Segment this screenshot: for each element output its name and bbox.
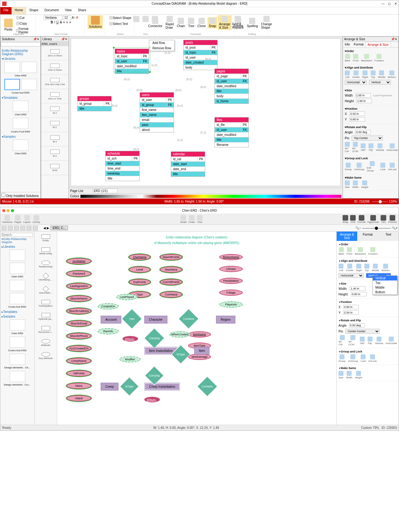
dropdown-item[interactable]: Middle (373, 285, 397, 290)
tree-libraries[interactable]: Libraries (2, 244, 33, 249)
pages-button[interactable]: Pages (14, 215, 22, 223)
minimize-button[interactable]: — (381, 2, 385, 6)
x-input[interactable] (343, 305, 359, 309)
remove-row-menuitem[interactable]: Remove Row (149, 46, 174, 51)
vert-select[interactable]: Vertical (369, 80, 391, 85)
breadcrumb[interactable]: ◀ ▶ (43, 226, 49, 230)
pin-icon[interactable]: 📌✕ (33, 37, 39, 41)
relationship-istype[interactable]: IsType (171, 345, 190, 364)
horiz-select[interactable]: Horizontal (345, 80, 367, 85)
paste-button[interactable]: Paste (3, 18, 14, 32)
flip-button[interactable]: Flip (368, 337, 373, 345)
pointer-tool[interactable] (2, 226, 7, 231)
chain-button[interactable]: Chain (175, 17, 186, 28)
lib-thumb[interactable] (4, 62, 20, 73)
derived-attr-lastplayed[interactable]: LastPlayed (116, 294, 137, 300)
attribute-acctname[interactable]: AcctName (66, 258, 91, 264)
zoom-slider[interactable]: ——⬤—— (372, 200, 388, 203)
entity-table-pages[interactable]: pagesid_pagePKid_userFKdate_modifiedtitl… (214, 69, 249, 104)
change-shape-button[interactable]: Change Shape (260, 15, 273, 30)
height-input[interactable] (356, 99, 372, 103)
tree-button[interactable]: Tree (197, 215, 203, 223)
library-shape[interactable]: M:1 (41, 118, 69, 132)
key-attr-idnum2[interactable]: IDNum. (144, 397, 160, 402)
relationship-contains[interactable]: Contains (198, 377, 217, 396)
snap-button[interactable]: Snap (342, 215, 348, 223)
attribute-sbscrbrphone[interactable]: SbscrbrPhone (66, 333, 91, 339)
right-button[interactable]: Right (356, 264, 362, 272)
size-button[interactable]: Size (339, 371, 344, 379)
pin-icon[interactable]: 📌✕ (61, 37, 67, 41)
ungroup-button[interactable]: UnGroup (354, 163, 364, 171)
attribute-acctcreatedon[interactable]: AcctCreatedOn (66, 345, 91, 352)
attribute-hitpoints[interactable]: HitPoints (66, 370, 91, 376)
angle-input[interactable] (349, 323, 365, 328)
attribute-attack[interactable]: Attack (66, 395, 91, 401)
attribute-maxmana[interactable]: MaxMana (160, 266, 182, 273)
line-tool[interactable] (26, 226, 31, 231)
angle-input[interactable] (355, 130, 371, 134)
library-shape[interactable]: Weak entity (35, 245, 57, 258)
center-button[interactable]: Center (346, 264, 353, 272)
tab-format[interactable]: Format (352, 42, 366, 47)
library-shape[interactable]: Zero or One (41, 89, 69, 103)
attribute-creepname[interactable]: CreepName (66, 358, 91, 364)
middle-button[interactable]: Middle (372, 264, 379, 272)
pen-tool[interactable] (33, 226, 38, 231)
x-input[interactable] (349, 112, 365, 116)
library-shape[interactable]: Participation (35, 297, 57, 310)
tab-text[interactable]: Text (378, 232, 399, 241)
search-input[interactable] (2, 233, 33, 237)
library-shape[interactable]: Attribute (35, 336, 57, 349)
ellipse-tool[interactable] (20, 226, 25, 231)
tree-samples[interactable]: Samples (2, 134, 39, 139)
attribute-sbscrbraddress[interactable]: SbscrbrAddress (66, 308, 91, 314)
bottom-button[interactable]: Bottom (382, 264, 389, 272)
lock-button[interactable]: Lock (380, 163, 386, 171)
height-input[interactable] (351, 292, 367, 296)
tree-templates[interactable]: Templates (2, 95, 39, 100)
180--button[interactable]: 180° (360, 337, 365, 345)
font-grow-icon[interactable]: A↑ (72, 16, 75, 19)
arrange-size-button[interactable]: Arrange & Size (218, 15, 232, 30)
solutions-button[interactable]: Solutions (88, 15, 103, 29)
front-button[interactable]: Front (353, 54, 359, 62)
tab-format[interactable]: Format (357, 232, 378, 241)
key-attr-idnum[interactable]: IDNum. (123, 336, 138, 342)
group-button[interactable]: Group (345, 163, 352, 171)
copy-button[interactable]: Copy (15, 21, 34, 26)
backward-button[interactable]: Backward (361, 54, 372, 62)
font-color-icon[interactable]: A (76, 16, 78, 19)
text-tool[interactable] (8, 226, 13, 231)
size-button[interactable]: Size (345, 180, 350, 189)
entity-character[interactable]: Character (144, 316, 167, 324)
library-shape[interactable]: Associativ... (35, 284, 57, 297)
attribute-mana[interactable]: Mana (66, 383, 91, 389)
attribute-itemname[interactable]: ItemName (188, 331, 211, 338)
pin-select[interactable]: Top-Center (352, 136, 383, 141)
canvas[interactable]: Add Row Remove Row topicsid_topicPKid_us… (71, 38, 341, 186)
library-shape[interactable]: Identifying ... (35, 271, 57, 284)
zoom-slider[interactable]: ————⬤———— (362, 226, 391, 230)
entity-table-files[interactable]: filesid_filePKid_userFKdate_modifiedtitl… (214, 117, 249, 147)
attribute-sbscrbremail[interactable]: SbscrbrEmail (66, 320, 91, 327)
width-button[interactable]: Width (346, 371, 352, 379)
attribute-regionname[interactable]: RegionName (219, 254, 243, 260)
menu-shape[interactable]: Shape (26, 7, 41, 14)
lock-button[interactable]: Lock (361, 354, 366, 362)
dropdown-item[interactable]: Vertical (373, 276, 397, 280)
library-shape[interactable]: Zero or More (41, 46, 69, 60)
attribute-charname[interactable]: CharName (129, 254, 151, 260)
attribute-foliage[interactable]: Foliage (219, 290, 243, 296)
flip-button[interactable]: Flip (368, 143, 373, 151)
library-shape[interactable]: M:1 (41, 103, 69, 118)
select-shape-button[interactable]: Select Shape (108, 15, 133, 21)
left-button[interactable]: Left (339, 264, 344, 272)
tab-arrange[interactable]: Arrange & Size (337, 232, 357, 241)
entity-creep-instantiation[interactable]: Creep Instantiation (144, 383, 180, 391)
library-shape[interactable]: One and only One (41, 75, 69, 89)
library-tab[interactable]: ERD, C... (50, 226, 68, 230)
attribute-climate[interactable]: Climate (219, 266, 243, 272)
find-replace-button[interactable]: Find & Replace (231, 15, 245, 30)
horizontal-button[interactable]: Horizontal (387, 143, 398, 151)
